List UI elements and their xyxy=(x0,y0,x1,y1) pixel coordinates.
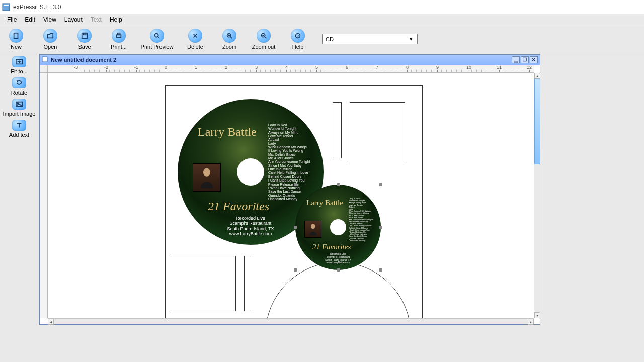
cd-artist: Larry Battle xyxy=(306,199,343,207)
close-icon[interactable]: ✕ xyxy=(530,56,538,63)
scroll-track[interactable] xyxy=(54,319,528,325)
template-rect xyxy=(350,102,405,161)
menu-text: Text xyxy=(87,15,106,24)
horizontal-ruler: -3-2-10123456789101112 xyxy=(48,65,534,73)
cd-photo xyxy=(304,221,321,238)
cd-album: 21 Favorites xyxy=(208,200,269,213)
fit-icon xyxy=(12,56,26,67)
rotate-button[interactable]: Rotate xyxy=(2,77,36,96)
cd-footer: Recorded Live Scampi's Restaurant South … xyxy=(295,253,381,264)
menu-bar: File Edit View Layout Text Help xyxy=(0,14,644,25)
cd-tracklist: Lady In RedWonderful TonightAlways on My… xyxy=(349,198,381,242)
svg-rect-6 xyxy=(117,33,120,35)
svg-point-29 xyxy=(311,224,315,229)
folder-open-icon xyxy=(43,29,57,43)
zoom-button[interactable]: Zoom xyxy=(215,29,244,50)
svg-text:?: ? xyxy=(297,34,299,37)
open-button[interactable]: Open xyxy=(36,29,64,50)
selection-handle[interactable] xyxy=(294,226,297,229)
help-button[interactable]: ? Help xyxy=(284,29,312,50)
scroll-thumb[interactable] xyxy=(534,79,540,164)
document-window: New untitled document 2 ▁ ❐ ✕ -3-2-10123… xyxy=(39,54,540,325)
svg-rect-27 xyxy=(42,57,47,62)
ruler-corner xyxy=(40,65,48,73)
cd-photo xyxy=(193,163,221,192)
selection-handle[interactable] xyxy=(294,183,297,186)
svg-line-16 xyxy=(265,36,267,38)
file-new-icon xyxy=(9,29,23,43)
delete-icon xyxy=(188,29,202,43)
workspace: Fit to... Rotate Import Image Add text N… xyxy=(0,53,644,362)
window-titlebar: exPressit S.E. 3.0 xyxy=(0,0,644,14)
menu-layout[interactable]: Layout xyxy=(60,15,87,24)
menu-file[interactable]: File xyxy=(3,15,21,24)
vertical-scrollbar[interactable]: ▴ ▾ xyxy=(534,73,540,318)
svg-rect-1 xyxy=(4,5,9,6)
import-image-button[interactable]: Import Image xyxy=(2,99,36,117)
svg-rect-3 xyxy=(82,33,88,38)
main-toolbar: New Open Save Print... Print Preview Del… xyxy=(0,25,644,53)
menu-help[interactable]: Help xyxy=(106,15,126,24)
template-combo[interactable]: CD ▾ xyxy=(322,34,418,44)
cd-album: 21 Favorites xyxy=(312,243,351,251)
canvas[interactable]: Larry Battle 21 Favorites Lady In RedWon… xyxy=(48,73,534,318)
document-title: New untitled document 2 xyxy=(51,57,116,63)
zoom-in-icon xyxy=(222,29,236,43)
rotate-icon xyxy=(12,77,26,88)
menu-edit[interactable]: Edit xyxy=(21,15,39,24)
app-icon xyxy=(2,3,10,11)
zoom-out-icon xyxy=(257,29,271,43)
template-rect xyxy=(333,102,342,158)
new-button[interactable]: New xyxy=(2,29,30,50)
svg-point-7 xyxy=(155,33,158,37)
selection-handle[interactable] xyxy=(379,226,382,229)
fit-to-button[interactable]: Fit to... xyxy=(2,56,36,74)
vertical-ruler xyxy=(40,73,48,318)
selection-handle[interactable] xyxy=(337,268,340,272)
cd-artist: Larry Battle xyxy=(198,125,257,139)
svg-line-12 xyxy=(230,36,232,38)
save-icon xyxy=(77,29,92,43)
image-import-icon xyxy=(12,99,26,110)
save-button[interactable]: Save xyxy=(70,29,99,50)
scroll-right-icon[interactable]: ▸ xyxy=(528,319,534,325)
print-preview-button[interactable]: Print Preview xyxy=(139,29,175,50)
scroll-left-icon[interactable]: ◂ xyxy=(48,319,54,325)
svg-rect-4 xyxy=(83,33,86,35)
template-rect xyxy=(171,256,236,311)
selection-handle[interactable] xyxy=(379,268,382,272)
side-toolbox: Fit to... Rotate Import Image Add text xyxy=(0,53,38,141)
horizontal-scrollbar[interactable]: ◂ ▸ xyxy=(48,318,534,324)
cd-tracklist: Lady In RedWonderful TonightAlways on My… xyxy=(268,123,324,201)
preview-icon xyxy=(150,29,164,43)
selection-handle[interactable] xyxy=(337,183,340,186)
svg-line-8 xyxy=(158,36,160,38)
maximize-icon[interactable]: ❐ xyxy=(521,56,529,63)
doc-icon xyxy=(42,56,48,63)
document-titlebar[interactable]: New untitled document 2 ▁ ❐ ✕ xyxy=(40,55,540,65)
delete-button[interactable]: Delete xyxy=(181,29,209,50)
svg-rect-2 xyxy=(14,33,18,38)
svg-point-28 xyxy=(203,168,210,177)
print-button[interactable]: Print... xyxy=(105,29,133,50)
cd-label-small[interactable]: Larry Battle 21 Favorites Lady In RedWon… xyxy=(295,185,381,270)
add-text-button[interactable]: Add text xyxy=(2,120,36,138)
selection-handle[interactable] xyxy=(294,268,297,272)
template-rect xyxy=(244,256,253,311)
scroll-up-icon[interactable]: ▴ xyxy=(534,73,540,79)
help-icon: ? xyxy=(291,29,305,43)
chevron-down-icon: ▾ xyxy=(407,35,415,43)
combo-value: CD xyxy=(326,36,334,42)
selection-handle[interactable] xyxy=(379,183,382,186)
print-icon xyxy=(112,29,126,43)
zoom-out-button[interactable]: Zoom out xyxy=(250,29,278,50)
menu-view[interactable]: View xyxy=(39,15,60,24)
window-title: exPressit S.E. 3.0 xyxy=(13,4,61,11)
text-icon xyxy=(12,120,26,131)
minimize-icon[interactable]: ▁ xyxy=(512,56,520,63)
scroll-down-icon[interactable]: ▾ xyxy=(534,312,540,318)
